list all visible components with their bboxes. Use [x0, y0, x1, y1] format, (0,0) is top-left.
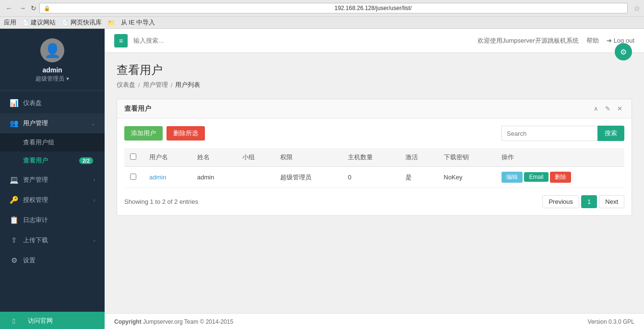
- previous-button[interactable]: Previous: [542, 195, 579, 208]
- search-button[interactable]: 搜索: [597, 126, 624, 141]
- reload-button[interactable]: ↻: [31, 4, 36, 12]
- header-search-area: [133, 37, 472, 44]
- delete-selected-button[interactable]: 删除所选: [167, 126, 205, 141]
- page-content: 查看用户 仪表盘 / 用户管理 / 用户列表 ⚙ 查看用户: [105, 53, 644, 313]
- user-role[interactable]: 超级管理员 ▾: [36, 75, 69, 83]
- log-icon: 📋: [10, 216, 18, 224]
- sidebar-item-label: 设置: [23, 256, 95, 265]
- ie-import-bookmark[interactable]: 从 IE 中导入: [121, 18, 155, 27]
- breadcrumb-sep1: /: [138, 82, 140, 89]
- sidebar-item-label: 仪表盘: [23, 99, 95, 107]
- page-title: 查看用户: [117, 62, 632, 78]
- header-right: 欢迎使用Jumpserver开源跳板机系统 帮助 ➔ Log out: [477, 36, 634, 45]
- col-fullname: 姓名: [191, 148, 237, 167]
- col-permission: 权限: [274, 148, 342, 167]
- sidebar-item-upload-download[interactable]: ⇧ 上传下载 ›: [0, 230, 105, 250]
- page-1-button[interactable]: 1: [581, 195, 597, 208]
- upload-icon: ⇧: [10, 236, 18, 245]
- add-user-button[interactable]: 添加用户: [124, 126, 163, 141]
- email-button[interactable]: Email: [524, 172, 548, 182]
- sidebar-subitem-label: 查看用户: [23, 156, 79, 165]
- asset-icon: 💻: [10, 176, 18, 184]
- card-header: 查看用户 ∧ ✎ ✕: [117, 99, 632, 118]
- breadcrumb: 仪表盘 / 用户管理 / 用户列表: [117, 81, 632, 89]
- user-management-submenu: 查看用户组 查看用户 2/2: [0, 133, 105, 170]
- fullname-cell: admin: [191, 167, 237, 188]
- sidebar-item-asset-management[interactable]: 💻 资产管理 ›: [0, 170, 105, 190]
- footer-version: Version 0.3.0 GPL: [588, 318, 634, 325]
- avatar: 👤: [40, 38, 64, 62]
- bookmark-star[interactable]: ☆: [633, 4, 640, 13]
- help-link[interactable]: 帮助: [586, 36, 599, 45]
- group-cell: [237, 167, 274, 188]
- showing-text: Showing 1 to 2 of 2 entries: [124, 198, 198, 205]
- app-footer: Copyright Jumpserver.org Team © 2014-201…: [105, 313, 644, 329]
- breadcrumb-dashboard[interactable]: 仪表盘: [117, 81, 135, 89]
- breadcrumb-sep2: /: [171, 82, 173, 89]
- row-checkbox[interactable]: [130, 174, 136, 180]
- users-icon: 👥: [10, 119, 18, 128]
- username-cell: admin: [143, 167, 191, 188]
- folder-icon: 📁: [107, 19, 115, 26]
- sidebar-item-dashboard[interactable]: 📊 仪表盘: [0, 93, 105, 113]
- sidebar-item-permission-management[interactable]: 🔑 授权管理 ›: [0, 190, 105, 210]
- url-bar[interactable]: 🔒 192.168.26.128/juser/user/list/: [39, 3, 628, 13]
- copyright-text: Jumpserver.org Team © 2014-2015: [143, 318, 233, 325]
- logout-button[interactable]: ➔ Log out: [607, 37, 634, 44]
- suggested-sites-bookmark[interactable]: 📄 建议网站: [22, 18, 56, 27]
- toolbar-right: 搜索: [501, 126, 624, 141]
- collapse-button[interactable]: ∧: [592, 104, 600, 113]
- card-title: 查看用户: [124, 105, 151, 113]
- dashboard-icon: 📊: [10, 99, 18, 107]
- username-link[interactable]: admin: [149, 174, 166, 181]
- edit-button[interactable]: 编辑: [501, 172, 523, 183]
- col-host-count: 主机数量: [342, 148, 400, 167]
- remove-button[interactable]: 删除: [550, 172, 571, 183]
- breadcrumb-current: 用户列表: [175, 81, 200, 89]
- web-snippets-bookmark[interactable]: 📄 网页快讯库: [61, 18, 101, 27]
- chevron-icon: ›: [94, 238, 95, 243]
- key-cell: NoKey: [438, 167, 496, 188]
- sidebar-item-log-audit[interactable]: 📋 日志审计: [0, 210, 105, 230]
- nav-menu: 📊 仪表盘 👥 用户管理 ⌄ 查看用户组 查看用户 2/2: [0, 91, 105, 312]
- back-button[interactable]: ←: [4, 3, 14, 13]
- sidebar: 👤 admin 超级管理员 ▾ 📊 仪表盘 👥 用户管理 ⌄: [0, 29, 105, 329]
- app-container: 👤 admin 超级管理员 ▾ 📊 仪表盘 👥 用户管理 ⌄: [0, 29, 644, 329]
- table-header-row: 用户名 姓名 小组 权限 主机数量 激活 下载密钥 操作: [124, 148, 624, 167]
- user-name: admin: [42, 66, 62, 74]
- sidebar-footer-link[interactable]:  访问官网: [0, 312, 105, 329]
- table-header: 用户名 姓名 小组 权限 主机数量 激活 下载密钥 操作: [124, 148, 624, 167]
- breadcrumb-user-management[interactable]: 用户管理: [143, 81, 168, 89]
- sidebar-item-user-list[interactable]: 查看用户 2/2: [0, 152, 105, 170]
- col-key: 下载密钥: [438, 148, 496, 167]
- sidebar-item-label: 授权管理: [23, 196, 94, 204]
- action-buttons-cell: 编辑 Email 删除: [496, 167, 624, 188]
- host-count-cell: 0: [342, 167, 400, 188]
- close-card-button[interactable]: ✕: [615, 104, 624, 113]
- select-all-checkbox[interactable]: [130, 153, 136, 160]
- copyright-bold: Copyright: [114, 318, 142, 325]
- table-row: admin admin 超级管理员 0 是 NoKey 编辑: [124, 167, 624, 188]
- toolbar-left: 添加用户 删除所选: [124, 126, 205, 141]
- menu-toggle-button[interactable]: ≡: [114, 34, 128, 47]
- sidebar-item-user-management[interactable]: 👥 用户管理 ⌄: [0, 113, 105, 133]
- sidebar-item-user-groups[interactable]: 查看用户组: [0, 133, 105, 152]
- gear-settings-button[interactable]: ⚙: [615, 53, 632, 60]
- chevron-icon: ›: [94, 198, 95, 203]
- browser-chrome: ← → ↻ 🔒 192.168.26.128/juser/user/list/ …: [0, 0, 644, 29]
- globe-icon: : [10, 317, 18, 325]
- search-input[interactable]: [501, 126, 597, 141]
- welcome-text: 欢迎使用Jumpserver开源跳板机系统: [477, 36, 579, 45]
- sidebar-item-settings[interactable]: ⚙ 设置: [0, 250, 105, 270]
- sidebar-item-label: 日志审计: [23, 216, 95, 224]
- header-search-input[interactable]: [133, 37, 277, 44]
- chevron-icon: ›: [94, 177, 95, 183]
- row-checkbox-cell: [124, 167, 143, 188]
- apps-bookmark[interactable]: ​ 应用: [4, 18, 16, 27]
- logout-icon: ➔: [607, 37, 612, 44]
- forward-button[interactable]: →: [17, 3, 28, 13]
- next-button[interactable]: Next: [599, 195, 624, 208]
- lock-icon: 🔒: [44, 5, 333, 12]
- expand-button[interactable]: ✎: [603, 104, 612, 113]
- settings-icon: ⚙: [10, 256, 18, 265]
